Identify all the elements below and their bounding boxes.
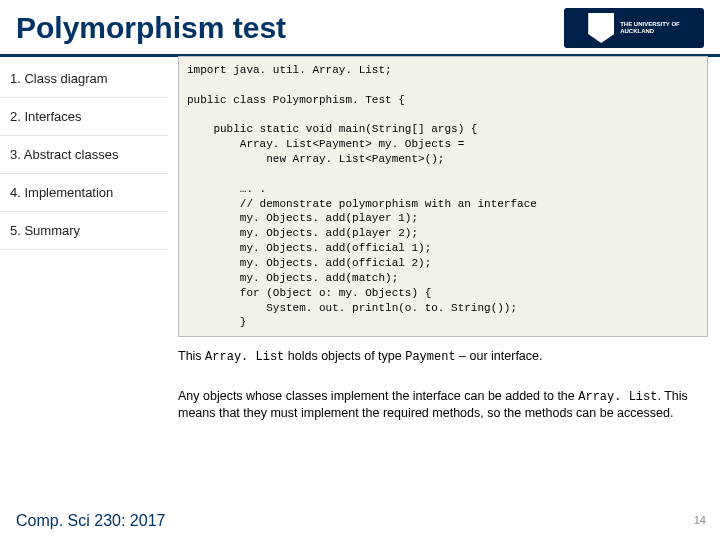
- code-block: import java. util. Array. List; public c…: [178, 56, 708, 337]
- sidebar-item-abstract-classes[interactable]: 3. Abstract classes: [0, 136, 168, 174]
- logo-line1: THE UNIVERSITY OF: [620, 21, 680, 28]
- paragraph-1: This Array. List holds objects of type P…: [178, 348, 698, 365]
- university-logo: THE UNIVERSITY OF AUCKLAND: [564, 8, 704, 48]
- p1-text-a: This: [178, 349, 205, 363]
- sidebar-item-class-diagram[interactable]: 1. Class diagram: [0, 60, 168, 98]
- sidebar-item-summary[interactable]: 5. Summary: [0, 212, 168, 250]
- logo-text: THE UNIVERSITY OF AUCKLAND: [620, 21, 680, 35]
- title-bar: Polymorphism test THE UNIVERSITY OF AUCK…: [0, 0, 720, 57]
- paragraph-2: Any objects whose classes implement the …: [178, 388, 698, 422]
- p1-text-b: holds objects of type: [284, 349, 405, 363]
- sidebar-nav: 1. Class diagram 2. Interfaces 3. Abstra…: [0, 60, 168, 250]
- sidebar-item-interfaces[interactable]: 2. Interfaces: [0, 98, 168, 136]
- crest-icon: [588, 13, 614, 43]
- p1-code-1: Array. List: [205, 350, 284, 364]
- page-number: 14: [694, 514, 706, 526]
- sidebar-item-implementation[interactable]: 4. Implementation: [0, 174, 168, 212]
- p2-code-1: Array. List: [578, 390, 657, 404]
- p1-code-2: Payment: [405, 350, 455, 364]
- logo-line2: AUCKLAND: [620, 28, 680, 35]
- footer-course: Comp. Sci 230: 2017: [16, 512, 165, 530]
- p1-text-c: – our interface.: [456, 349, 543, 363]
- p2-text-a: Any objects whose classes implement the …: [178, 389, 578, 403]
- page-title: Polymorphism test: [16, 11, 286, 45]
